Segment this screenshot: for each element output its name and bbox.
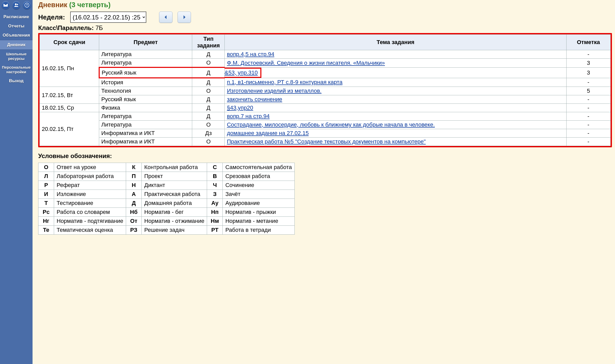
subject-cell: Информатика и ИКТ: [99, 138, 192, 146]
topic-link[interactable]: Практическая работа №5 "Создание текстов…: [227, 138, 426, 145]
topic-cell: вопр.7 на стр.94: [225, 112, 566, 121]
diary-row: Информатика и ИКТДздомашнее задание на 2…: [40, 129, 611, 138]
legend-code: Ч: [207, 181, 223, 190]
diary-row: Русский языкДзакончить сочинение-: [40, 95, 611, 104]
week-label: Неделя:: [38, 13, 65, 21]
topic-link[interactable]: Изготовление изделий из металлов.: [227, 88, 321, 94]
type-cell: Д: [192, 95, 225, 104]
type-cell: Д: [192, 104, 225, 112]
prev-week-button[interactable]: [159, 12, 172, 23]
legend-text: Диктант: [142, 181, 207, 190]
subject-cell: Литература: [99, 50, 192, 59]
legend-code: Нм: [207, 217, 223, 226]
legend-text: Аудирование: [223, 199, 295, 208]
legend-text: Домашняя работа: [142, 199, 207, 208]
nav-item[interactable]: Отчеты: [0, 22, 33, 31]
diary-row: Информатика и ИКТОПрактическая работа №5…: [40, 138, 611, 146]
help-icon[interactable]: ?: [23, 1, 31, 9]
nav-item[interactable]: Дневник: [0, 40, 33, 50]
mark-cell: -: [566, 50, 610, 59]
legend-row: ИИзложениеАПрактическая работаЗЗачёт: [38, 190, 295, 199]
diary-row: ЛитератураОСострадание, милосердие, любо…: [40, 121, 611, 129]
mail-icon[interactable]: [2, 1, 10, 9]
nav-item[interactable]: Персональные настройки: [0, 63, 33, 76]
diary-row: ИсторияДп.1, в1-письменно, РТ с.8-9 конт…: [40, 78, 611, 87]
legend-text: Тематическая оценка: [54, 226, 126, 235]
mark-cell: -: [566, 95, 610, 104]
legend-code: Р: [38, 181, 54, 190]
quarter-text: (3 четверть): [69, 1, 110, 9]
diary-header: Тип задания: [192, 35, 225, 50]
type-cell: Д: [192, 67, 225, 78]
diary-header: Предмет: [99, 35, 192, 50]
nav-item[interactable]: Выход: [0, 76, 33, 86]
legend-row: ТТестированиеДДомашняя работаАуАудирован…: [38, 199, 295, 208]
topic-link[interactable]: &53, упр.310: [224, 69, 258, 76]
topic-link[interactable]: домашнее задание на 27.02.15: [227, 130, 309, 136]
week-select[interactable]: (16.02.15 - 22.02.15) :25: [70, 12, 146, 23]
diary-row: 20.02.15, ПтЛитератураДвопр.7 на стр.94-: [40, 112, 611, 121]
legend-text: Норматив - отжимание: [142, 217, 207, 226]
nav-item[interactable]: Школьные ресурсы: [0, 50, 33, 63]
legend-code: Те: [38, 226, 54, 235]
topic-cell: вопр.4,5 на стр.94: [225, 50, 566, 59]
legend-row: НгНорматив - подтягиваниеОтНорматив - от…: [38, 217, 295, 226]
legend-text: Сочинение: [223, 181, 295, 190]
legend-code: К: [126, 163, 142, 172]
legend-code: З: [207, 190, 223, 199]
subject-cell: История: [99, 78, 192, 87]
diary-row: 16.02.15, ПнЛитератураДвопр.4,5 на стр.9…: [40, 50, 611, 59]
type-cell: Дз: [192, 129, 225, 138]
legend-text: Решение задач: [142, 226, 207, 235]
diary-row: ЛитератураОФ.М. Достоевский. Сведения о …: [40, 59, 611, 68]
legend-row: ЛЛабораторная работаППроектВСрезовая раб…: [38, 172, 295, 181]
subject-cell: Информатика и ИКТ: [99, 129, 192, 138]
legend-text: Практическая работа: [142, 190, 207, 199]
legend-text: Норматив - бег: [142, 208, 207, 217]
mark-cell: -: [566, 138, 610, 146]
mark-cell: 3: [566, 59, 610, 68]
legend-text: Реферат: [54, 181, 126, 190]
legend-text: Норматив - подтягивание: [54, 217, 126, 226]
topic-link[interactable]: вопр.7 на стр.94: [227, 113, 270, 119]
topic-link[interactable]: Сострадание, милосердие, любовь к ближне…: [227, 121, 435, 128]
nav-item[interactable]: Объявления: [0, 31, 33, 40]
next-week-button[interactable]: [178, 12, 191, 23]
legend-text: Норматив - метание: [223, 217, 295, 226]
topic-cell: Практическая работа №5 "Создание текстов…: [225, 138, 566, 146]
top-icons: ?: [0, 0, 33, 10]
topic-link[interactable]: Ф.М. Достоевский. Сведения о жизни писат…: [227, 60, 385, 66]
class-row: Класс\Параллель: 7Б: [38, 24, 612, 32]
mark-cell: -: [566, 78, 610, 87]
nav-menu: РасписаниеОтчетыОбъявленияДневникШкольны…: [0, 12, 33, 86]
legend-code: Л: [38, 172, 54, 181]
legend-code: С: [207, 163, 223, 172]
subject-cell: Литература: [99, 112, 192, 121]
type-cell: Д: [192, 50, 225, 59]
legend-code: Нп: [207, 208, 223, 217]
legend-text: Работа в тетради: [223, 226, 295, 235]
legend-code: Ау: [207, 199, 223, 208]
users-icon[interactable]: [12, 1, 20, 9]
legend-text: Изложение: [54, 190, 126, 199]
topic-cell: §43,упр20: [225, 104, 566, 112]
diary-row: Русский языкД&53, упр.3103: [40, 67, 611, 78]
legend-code: А: [126, 190, 142, 199]
topic-link[interactable]: п.1, в1-письменно, РТ с.8-9 контурная ка…: [227, 79, 342, 85]
topic-cell: Сострадание, милосердие, любовь к ближне…: [225, 121, 566, 129]
topic-link[interactable]: вопр.4,5 на стр.94: [227, 51, 274, 57]
diary-row: 17.02.15, ВтТехнологияОИзготовление изде…: [40, 87, 611, 95]
diary-header: Отметка: [566, 35, 610, 50]
diary-table: Срок сдачиПредметТип заданияТема задания…: [39, 34, 611, 146]
diary-header: Срок сдачи: [40, 35, 99, 50]
nav-item[interactable]: Расписание: [0, 12, 33, 22]
legend-code: От: [126, 217, 142, 226]
legend-table: ООтвет на урокеККонтрольная работаССамос…: [38, 163, 295, 235]
main-content: Дневник (3 четверть) Неделя: (16.02.15 -…: [33, 0, 615, 364]
topic-link[interactable]: §43,упр20: [227, 105, 253, 111]
topic-link[interactable]: закончить сочинение: [227, 96, 282, 102]
page-title: Дневник (3 четверть): [38, 1, 612, 9]
type-cell: Д: [192, 112, 225, 121]
subject-cell: Русский язык: [99, 95, 192, 104]
class-value: 7Б: [95, 24, 103, 31]
